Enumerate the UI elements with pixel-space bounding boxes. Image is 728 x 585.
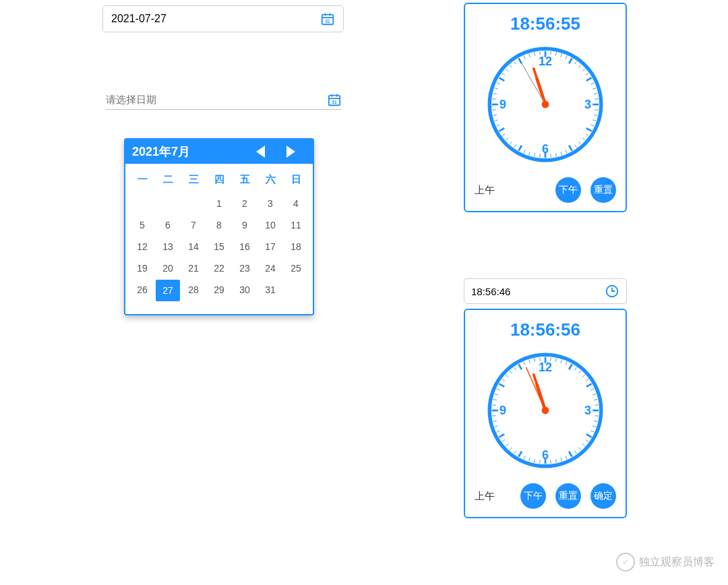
svg-line-40 <box>551 154 551 157</box>
svg-line-92 <box>593 394 596 396</box>
calendar-day[interactable]: 8 <box>206 214 232 236</box>
svg-line-35 <box>574 145 576 148</box>
svg-line-50 <box>502 133 505 135</box>
svg-line-60 <box>497 83 500 84</box>
calendar-day[interactable]: 1 <box>206 193 232 214</box>
watermark-text: 独立观察员博客 <box>639 555 715 569</box>
svg-text:31: 31 <box>332 99 337 104</box>
svg-line-85 <box>569 364 572 369</box>
svg-line-86 <box>574 367 576 370</box>
svg-line-121 <box>497 431 500 432</box>
calendar-day[interactable]: 26 <box>129 279 155 302</box>
ok-button[interactable]: 确定 <box>590 483 616 509</box>
clock-1-face[interactable]: 12 3 6 9 <box>485 44 606 165</box>
svg-line-51 <box>499 128 504 131</box>
am-label[interactable]: 上午 <box>475 490 495 503</box>
svg-line-64 <box>510 65 512 67</box>
calendar-day[interactable]: 17 <box>257 236 283 257</box>
calendar-day[interactable]: 11 <box>283 214 309 236</box>
svg-line-58 <box>493 94 497 94</box>
clock-1-time-text: 18:56:55 <box>465 13 626 34</box>
svg-line-87 <box>578 371 581 373</box>
calendar-day[interactable]: 27 <box>156 280 180 301</box>
calendar-day[interactable]: 18 <box>283 236 309 257</box>
calendar-day[interactable]: 7 <box>181 214 206 236</box>
svg-line-102 <box>582 443 585 446</box>
calendar-day[interactable]: 20 <box>155 257 181 279</box>
pm-button[interactable]: 下午 <box>520 483 546 509</box>
calendar-day[interactable]: 13 <box>155 236 181 257</box>
calendar-day[interactable]: 5 <box>129 214 155 236</box>
calendar-day[interactable]: 23 <box>232 257 257 279</box>
svg-text:3: 3 <box>584 98 591 111</box>
calendar-day[interactable]: 21 <box>181 257 206 279</box>
calendar-day[interactable]: 10 <box>257 214 283 236</box>
clock-icon[interactable] <box>605 284 619 299</box>
svg-line-23 <box>593 88 596 90</box>
svg-line-22 <box>590 83 594 84</box>
calendar-day[interactable]: 16 <box>232 236 257 257</box>
calendar-dow: 五 <box>232 169 257 193</box>
svg-line-44 <box>529 152 530 155</box>
svg-line-82 <box>555 359 556 362</box>
svg-line-68 <box>529 54 530 57</box>
prev-month-button[interactable] <box>256 146 265 158</box>
calendar-title: 2021年7月 <box>132 144 245 160</box>
svg-text:6: 6 <box>542 142 549 156</box>
am-label[interactable]: 上午 <box>475 184 495 197</box>
svg-line-97 <box>594 421 597 421</box>
calendar-day[interactable]: 30 <box>232 279 257 302</box>
clock-2-time-text: 18:56:56 <box>465 319 626 340</box>
date-input-2-container: 31 <box>106 91 342 110</box>
svg-text:31: 31 <box>325 19 330 24</box>
svg-line-57 <box>492 99 495 100</box>
calendar-blank <box>129 193 155 214</box>
calendar-day[interactable]: 9 <box>232 214 257 236</box>
calendar-day[interactable]: 31 <box>257 279 283 302</box>
calendar-day[interactable]: 25 <box>283 257 309 279</box>
svg-line-129 <box>497 389 500 390</box>
calendar-day[interactable]: 15 <box>206 236 232 257</box>
svg-line-54 <box>493 115 497 115</box>
svg-line-132 <box>506 375 508 377</box>
calendar-dow: 日 <box>283 169 309 193</box>
svg-line-27 <box>595 110 598 111</box>
calendar-day[interactable]: 24 <box>257 257 283 279</box>
next-month-button[interactable] <box>286 146 295 158</box>
calendar-day[interactable]: 29 <box>206 279 232 302</box>
calendar-day[interactable]: 3 <box>257 193 283 214</box>
calendar-day[interactable]: 22 <box>206 257 232 279</box>
svg-line-127 <box>493 400 497 400</box>
calendar-dow: 一 <box>129 169 155 193</box>
svg-line-122 <box>495 426 498 427</box>
clock-2-face[interactable]: 12 3 6 9 <box>485 350 606 471</box>
svg-line-25 <box>595 99 598 100</box>
calendar-day[interactable]: 4 <box>283 193 309 214</box>
calendar-day[interactable]: 19 <box>129 257 155 279</box>
calendar-day[interactable]: 6 <box>155 214 181 236</box>
calendar-day[interactable]: 2 <box>232 193 257 214</box>
date-input-2[interactable] <box>106 91 295 108</box>
reset-button[interactable]: 重置 <box>555 483 581 509</box>
calendar-day[interactable]: 28 <box>181 279 206 302</box>
svg-line-91 <box>590 389 594 390</box>
time-input[interactable] <box>471 286 593 297</box>
calendar-day[interactable]: 12 <box>129 236 155 257</box>
date-input-1[interactable] <box>111 13 286 25</box>
svg-line-21 <box>586 78 592 81</box>
svg-line-14 <box>561 54 562 57</box>
calendar-icon[interactable]: 31 <box>320 11 335 26</box>
calendar-day[interactable]: 14 <box>181 236 206 257</box>
svg-line-67 <box>524 56 525 59</box>
svg-text:12: 12 <box>539 361 552 374</box>
clock-2-controls: 上午 下午 重置 确定 <box>465 483 626 509</box>
reset-button[interactable]: 重置 <box>590 177 616 203</box>
svg-line-120 <box>499 434 504 437</box>
svg-line-98 <box>593 426 596 427</box>
calendar-blank <box>155 193 181 214</box>
svg-line-104 <box>574 451 576 454</box>
calendar-icon[interactable]: 31 <box>327 92 342 107</box>
svg-line-107 <box>561 458 562 461</box>
pm-button[interactable]: 下午 <box>555 177 581 203</box>
svg-line-38 <box>561 152 562 155</box>
